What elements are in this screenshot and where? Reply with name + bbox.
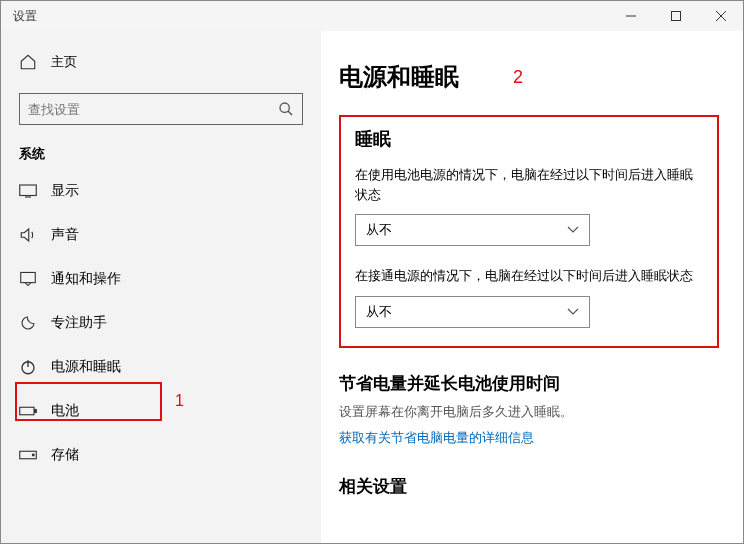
svg-rect-8 xyxy=(21,272,36,282)
window-body: 主页 系统 显示 声音 xyxy=(1,31,743,543)
sidebar-item-power[interactable]: 电源和睡眠 xyxy=(1,345,321,389)
save-desc: 设置屏幕在你离开电脑后多久进入睡眠。 xyxy=(339,403,719,421)
titlebar: 设置 xyxy=(1,1,743,31)
focus-icon xyxy=(19,314,37,332)
sidebar-item-battery[interactable]: 电池 xyxy=(1,389,321,433)
annotation-2: 2 xyxy=(513,67,523,88)
sidebar-item-label: 电池 xyxy=(51,402,79,420)
svg-rect-6 xyxy=(20,185,37,196)
home-row[interactable]: 主页 xyxy=(1,43,321,81)
svg-point-14 xyxy=(32,454,34,456)
sidebar-nav: 显示 声音 通知和操作 专注助手 电源和睡眠 xyxy=(1,169,321,477)
svg-point-4 xyxy=(280,103,289,112)
related-heading: 相关设置 xyxy=(339,475,719,498)
sleep-battery-label: 在使用电池电源的情况下，电脑在经过以下时间后进入睡眠状态 xyxy=(355,165,703,204)
sidebar-group-title: 系统 xyxy=(1,135,321,169)
chevron-down-icon xyxy=(567,308,579,316)
notification-icon xyxy=(19,270,37,288)
home-label: 主页 xyxy=(51,53,77,71)
sidebar-item-label: 电源和睡眠 xyxy=(51,358,121,376)
sound-icon xyxy=(19,226,37,244)
sidebar-item-label: 通知和操作 xyxy=(51,270,121,288)
save-link[interactable]: 获取有关节省电脑电量的详细信息 xyxy=(339,429,719,447)
chevron-down-icon xyxy=(567,226,579,234)
sleep-battery-select[interactable]: 从不 xyxy=(355,214,590,246)
sleep-battery-value: 从不 xyxy=(366,221,392,239)
power-icon xyxy=(19,358,37,376)
battery-icon xyxy=(19,402,37,420)
minimize-button[interactable] xyxy=(608,1,653,31)
content: 电源和睡眠 2 睡眠 在使用电池电源的情况下，电脑在经过以下时间后进入睡眠状态 … xyxy=(321,31,743,543)
sidebar: 主页 系统 显示 声音 xyxy=(1,31,321,543)
sidebar-item-label: 显示 xyxy=(51,182,79,200)
sidebar-item-label: 专注助手 xyxy=(51,314,107,332)
sidebar-item-storage[interactable]: 存储 xyxy=(1,433,321,477)
search-wrap xyxy=(1,81,321,135)
storage-icon xyxy=(19,446,37,464)
window-controls xyxy=(608,1,743,31)
sidebar-item-label: 声音 xyxy=(51,226,79,244)
save-heading: 节省电量并延长电池使用时间 xyxy=(339,372,719,395)
sidebar-item-notifications[interactable]: 通知和操作 xyxy=(1,257,321,301)
sidebar-item-sound[interactable]: 声音 xyxy=(1,213,321,257)
sleep-plugged-label: 在接通电源的情况下，电脑在经过以下时间后进入睡眠状态 xyxy=(355,266,703,286)
svg-line-5 xyxy=(288,111,292,115)
maximize-button[interactable] xyxy=(653,1,698,31)
sleep-plugged-value: 从不 xyxy=(366,303,392,321)
search-icon xyxy=(278,101,294,117)
annotation-1: 1 xyxy=(175,392,184,410)
search-input[interactable] xyxy=(28,102,278,117)
search-box[interactable] xyxy=(19,93,303,125)
settings-window: 设置 主页 xyxy=(0,0,744,544)
svg-rect-11 xyxy=(20,407,34,415)
sidebar-item-label: 存储 xyxy=(51,446,79,464)
close-button[interactable] xyxy=(698,1,743,31)
sleep-heading: 睡眠 xyxy=(355,127,703,151)
svg-rect-1 xyxy=(671,12,680,21)
window-title: 设置 xyxy=(1,8,608,25)
sidebar-item-focus[interactable]: 专注助手 xyxy=(1,301,321,345)
sidebar-item-display[interactable]: 显示 xyxy=(1,169,321,213)
svg-rect-12 xyxy=(35,410,37,413)
display-icon xyxy=(19,182,37,200)
sleep-section-highlight: 睡眠 在使用电池电源的情况下，电脑在经过以下时间后进入睡眠状态 从不 在接通电源… xyxy=(339,115,719,348)
sleep-plugged-select[interactable]: 从不 xyxy=(355,296,590,328)
page-title: 电源和睡眠 xyxy=(339,61,719,93)
home-icon xyxy=(19,53,37,71)
